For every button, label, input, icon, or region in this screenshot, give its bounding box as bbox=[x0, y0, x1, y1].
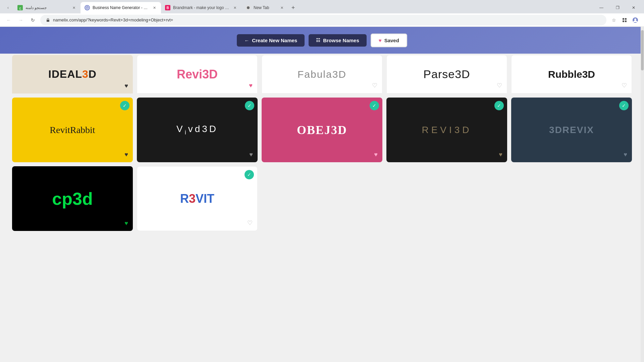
saved-button[interactable]: ♥ Saved bbox=[371, 34, 407, 47]
card-r3vit[interactable]: ✓ R3VIT ♡ bbox=[137, 166, 258, 231]
card-ideal3d[interactable]: IDEAL3D ♥ bbox=[12, 55, 133, 94]
card-3drevix-check: ✓ bbox=[619, 101, 629, 110]
minimize-button[interactable]: — bbox=[594, 2, 609, 13]
tab-3[interactable]: B Brandmark - make your logo in... ✕ bbox=[161, 2, 241, 13]
card-vivd3d-check: ✓ bbox=[245, 101, 254, 110]
tab-1-close[interactable]: ✕ bbox=[71, 5, 76, 10]
grid-icon: ☷ bbox=[316, 38, 320, 43]
tab-2[interactable]: N Business Name Generator - Po... ✕ bbox=[80, 2, 161, 13]
close-button[interactable]: ✕ bbox=[626, 2, 641, 13]
svg-text:N: N bbox=[86, 7, 88, 9]
tab-4-favicon bbox=[246, 5, 251, 10]
window-controls: — ❐ ✕ bbox=[594, 2, 644, 13]
refresh-button[interactable]: ↻ bbox=[28, 15, 38, 25]
svg-point-9 bbox=[634, 18, 636, 20]
card-parse3d-name: Parse3D bbox=[423, 68, 470, 81]
app-header: ← Create New Names ☷ Browse Names ♥ Save… bbox=[0, 27, 644, 54]
card-revi3d2-name: REVI3D bbox=[422, 125, 472, 135]
empty-slot-2 bbox=[386, 166, 507, 231]
card-revitrabbit-check: ✓ bbox=[120, 101, 129, 110]
browser-frame: ‹ ج جستجو دامنه ✕ N Business Name Genera… bbox=[0, 0, 644, 27]
card-obej3d-name: OBEJ3D bbox=[297, 123, 347, 137]
card-revi3d-heart[interactable]: ♥ bbox=[249, 82, 253, 89]
card-obej3d-heart[interactable]: ♥ bbox=[374, 151, 378, 158]
bookmark-button[interactable]: ☆ bbox=[609, 15, 619, 25]
tab-list-back[interactable]: ‹ bbox=[3, 3, 13, 12]
card-revi3d2-heart[interactable]: ♥ bbox=[499, 151, 502, 158]
card-fabula3d-heart[interactable]: ♡ bbox=[372, 82, 377, 89]
card-revitrabbit[interactable]: ✓ RevitRabbit ♥ bbox=[12, 98, 133, 162]
card-3drevix-heart[interactable]: ♥ bbox=[624, 151, 627, 158]
main-content: ← Create New Names ☷ Browse Names ♥ Save… bbox=[0, 27, 644, 238]
card-cp3d-name: cp3d bbox=[52, 189, 93, 209]
back-button[interactable]: ← bbox=[4, 15, 13, 25]
card-rubble3d-name: Rubble3D bbox=[548, 69, 595, 80]
tab-2-title: Business Name Generator - Po... bbox=[93, 5, 149, 10]
browse-names-button[interactable]: ☷ Browse Names bbox=[309, 34, 367, 47]
tab-3-favicon: B bbox=[165, 5, 170, 10]
card-obej3d-check: ✓ bbox=[370, 101, 379, 110]
card-revi3d-name: Revi3D bbox=[177, 67, 218, 81]
svg-rect-6 bbox=[623, 20, 624, 22]
card-obej3d[interactable]: ✓ OBEJ3D ♥ bbox=[262, 98, 382, 162]
tab-4[interactable]: New Tab ✕ bbox=[241, 2, 288, 13]
scrollbar-thumb[interactable] bbox=[641, 30, 644, 70]
card-rubble3d[interactable]: Rubble3D ♡ bbox=[511, 55, 632, 94]
tab-4-title: New Tab bbox=[254, 5, 276, 10]
card-fabula3d[interactable]: Fabula3D ♡ bbox=[262, 55, 382, 94]
card-vivd3d-heart[interactable]: ♥ bbox=[249, 151, 253, 158]
tab-3-title: Brandmark - make your logo in... bbox=[173, 5, 229, 10]
url-bar[interactable]: namelix.com/app/?keywords=Revit+3d+model… bbox=[40, 15, 606, 25]
card-parse3d-heart[interactable]: ♡ bbox=[497, 82, 502, 89]
card-revitrabbit-name: RevitRabbit bbox=[50, 125, 95, 135]
cards-row-2: ✓ RevitRabbit ♥ ✓ Vivd3D ♥ ✓ OBEJ3D ♥ ✓ … bbox=[12, 98, 632, 162]
card-parse3d[interactable]: Parse3D ♡ bbox=[386, 55, 507, 94]
card-cp3d-heart[interactable]: ♥ bbox=[124, 220, 128, 227]
card-r3vit-check: ✓ bbox=[245, 170, 254, 179]
cards-container: IDEAL3D ♥ Revi3D ♥ Fabula3D ♡ Parse3D ♡ bbox=[0, 54, 644, 238]
card-fabula3d-name: Fabula3D bbox=[298, 69, 346, 80]
tab-2-close[interactable]: ✕ bbox=[152, 5, 157, 10]
card-revi3d2-check: ✓ bbox=[494, 101, 504, 110]
svg-rect-7 bbox=[625, 20, 627, 22]
card-r3vit-heart[interactable]: ♡ bbox=[247, 219, 253, 227]
empty-slot-3 bbox=[511, 166, 632, 231]
svg-rect-3 bbox=[47, 20, 49, 22]
card-vivd3d-name: Vivd3D bbox=[176, 124, 218, 136]
create-names-button[interactable]: ← Create New Names bbox=[237, 34, 305, 47]
card-cp3d[interactable]: cp3d ♥ bbox=[12, 166, 133, 231]
card-vivd3d[interactable]: ✓ Vivd3D ♥ bbox=[137, 98, 258, 162]
tab-1[interactable]: ج جستجو دامنه ✕ bbox=[13, 2, 80, 13]
new-tab-button[interactable]: + bbox=[288, 3, 298, 12]
url-text: namelix.com/app/?keywords=Revit+3d+model… bbox=[53, 17, 601, 22]
heart-icon: ♥ bbox=[379, 38, 382, 43]
empty-slot-1 bbox=[262, 166, 382, 231]
forward-button[interactable]: → bbox=[16, 15, 25, 25]
svg-point-2 bbox=[247, 6, 250, 9]
card-r3vit-name: R3VIT bbox=[180, 192, 214, 206]
card-revi3d2[interactable]: ✓ REVI3D ♥ bbox=[386, 98, 507, 162]
tab-bar: ‹ ج جستجو دامنه ✕ N Business Name Genera… bbox=[0, 0, 644, 13]
card-revitrabbit-heart[interactable]: ♥ bbox=[124, 151, 128, 158]
cards-row-3: cp3d ♥ ✓ R3VIT ♡ bbox=[12, 166, 632, 231]
card-3drevix-name: 3DREVIX bbox=[549, 125, 594, 135]
cards-row-1: IDEAL3D ♥ Revi3D ♥ Fabula3D ♡ Parse3D ♡ bbox=[12, 55, 632, 94]
card-rubble3d-heart[interactable]: ♡ bbox=[622, 82, 627, 89]
svg-rect-5 bbox=[625, 18, 627, 20]
tab-3-close[interactable]: ✕ bbox=[232, 5, 237, 10]
svg-rect-4 bbox=[623, 18, 624, 20]
tab-4-close[interactable]: ✕ bbox=[279, 5, 284, 10]
back-arrow-icon: ← bbox=[244, 38, 249, 43]
profile-button[interactable] bbox=[631, 15, 640, 25]
address-bar: ← → ↻ namelix.com/app/?keywords=Revit+3d… bbox=[0, 13, 644, 27]
tab-2-favicon: N bbox=[85, 5, 90, 10]
card-revi3d[interactable]: Revi3D ♥ bbox=[137, 55, 258, 94]
card-ideal3d-heart[interactable]: ♥ bbox=[124, 82, 128, 89]
lock-icon bbox=[46, 18, 50, 22]
tab-1-favicon: ج bbox=[17, 5, 23, 10]
tab-1-title: جستجو دامنه bbox=[25, 5, 68, 10]
card-3drevix[interactable]: ✓ 3DREVIX ♥ bbox=[511, 98, 632, 162]
scrollbar-track[interactable] bbox=[641, 27, 644, 362]
maximize-button[interactable]: ❐ bbox=[610, 2, 625, 13]
extensions-button[interactable] bbox=[620, 15, 629, 25]
